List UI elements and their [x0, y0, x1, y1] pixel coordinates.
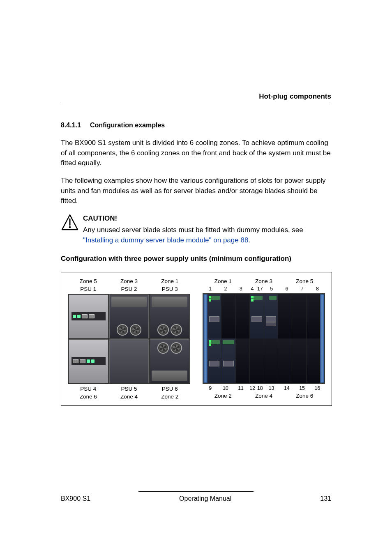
blade-slot — [264, 339, 278, 383]
slot-label: 12 — [249, 385, 256, 391]
section-heading: 8.4.1.1Configuration examples — [61, 122, 331, 129]
blade-slot — [307, 339, 320, 383]
front-top-zones: Zone 1 Zone 3 Zone 5 — [203, 278, 325, 284]
fan-icon — [117, 324, 128, 336]
zone-label: Zone 6 — [284, 393, 325, 399]
zone-label: Zone 2 — [203, 393, 243, 399]
running-header: Hot-plug components — [61, 92, 331, 101]
caution-text: CAUTION! Any unused server blade slots m… — [83, 214, 331, 246]
front-chassis — [203, 293, 325, 384]
svg-point-2 — [69, 226, 71, 228]
slot-label: 11 — [233, 385, 249, 391]
bottom-bay-row — [208, 339, 320, 383]
slot-label: 2 — [218, 286, 233, 292]
rear-chassis — [68, 294, 190, 384]
front-bottom-zones: Zone 2 Zone 4 Zone 6 — [203, 393, 325, 399]
slot-label: 18 — [256, 385, 264, 391]
header-rule — [61, 105, 331, 105]
zone-label: Zone 1 — [203, 278, 243, 284]
fan-pair — [117, 324, 141, 336]
psu-label: PSU 3 — [150, 286, 190, 292]
psu-label: PSU 5 — [108, 386, 149, 392]
zone-label: Zone 3 — [108, 278, 149, 284]
front-top-slots: 1 2 3 4 17 5 6 7 8 — [203, 286, 325, 292]
footer-left: BX900 S1 — [61, 495, 90, 502]
control-strip — [71, 357, 106, 365]
slot-label: 3 — [233, 286, 249, 292]
zone-label: Zone 3 — [243, 278, 284, 284]
caution-body: Any unused server blade slots must be fi… — [83, 225, 331, 245]
caution-post: . — [248, 236, 250, 244]
zone-label: Zone 4 — [108, 394, 149, 400]
blade-slot — [250, 339, 263, 383]
blade-slot — [278, 294, 292, 339]
blade-slot — [278, 339, 292, 383]
psu-label: PSU 2 — [108, 286, 149, 292]
caution-icon — [61, 214, 79, 232]
psu-slot-2 — [109, 295, 149, 339]
rear-bottom-zones: Zone 6 Zone 4 Zone 2 — [68, 394, 190, 400]
section-number: 8.4.1.1 — [61, 122, 81, 129]
blade-slot — [221, 294, 235, 339]
psu-slot-3 — [150, 295, 189, 339]
footer-center: Operating Manual — [179, 495, 231, 502]
blade-slot — [264, 294, 278, 339]
slot-label: 7 — [295, 286, 310, 292]
psu-slot-6 — [150, 339, 189, 383]
blade-slot — [307, 294, 320, 339]
fan-icon — [157, 342, 169, 354]
zone-label: Zone 5 — [68, 278, 108, 284]
zone-label: Zone 5 — [284, 278, 325, 284]
psu-slot-1 — [69, 295, 108, 339]
slot-label: 5 — [264, 286, 279, 292]
control-strip — [71, 312, 106, 320]
caution-label: CAUTION! — [83, 214, 331, 224]
slot-label: 16 — [310, 385, 325, 391]
slot-label: 8 — [310, 286, 325, 292]
slot-label: 10 — [218, 385, 233, 391]
footer-page-number: 131 — [320, 495, 331, 502]
paragraph-1: The BX900 S1 system unit is divided into… — [61, 138, 331, 168]
front-bottom-slots: 9 10 11 12 18 13 14 15 16 — [203, 385, 325, 391]
config-subheading: Configuration with three power supply un… — [61, 255, 331, 263]
section-title: Configuration examples — [90, 122, 165, 129]
slot-label: 4 — [249, 286, 256, 292]
page-footer: BX900 S1 Operating Manual 131 — [61, 491, 331, 502]
fan-icon — [130, 324, 141, 336]
slot-label: 6 — [279, 286, 294, 292]
fan-icon — [171, 342, 182, 354]
psu-slot-5 — [109, 339, 149, 383]
fan-pair — [157, 342, 182, 354]
rear-view: Zone 5 Zone 3 Zone 1 PSU 1 PSU 2 PSU 3 — [68, 278, 190, 400]
slot-label: 9 — [203, 385, 218, 391]
blade-slot — [236, 294, 249, 339]
rear-bottom-psus: PSU 4 PSU 5 PSU 6 — [68, 386, 190, 392]
slot-label: 13 — [264, 385, 279, 391]
blade-slot — [221, 339, 235, 383]
footer-rule — [138, 491, 254, 492]
fan-pair — [157, 324, 182, 336]
psu-label: PSU 6 — [150, 386, 190, 392]
fan-icon — [157, 324, 169, 336]
blade-slot — [208, 294, 221, 339]
zone-label: Zone 4 — [243, 393, 284, 399]
slot-label: 14 — [279, 385, 294, 391]
rear-top-psus: PSU 1 PSU 2 PSU 3 — [68, 286, 190, 292]
left-handle — [203, 294, 208, 383]
psu-slot-4 — [69, 339, 108, 383]
zone-label: Zone 6 — [68, 394, 108, 400]
top-bay-row — [208, 294, 320, 339]
rear-top-zones: Zone 5 Zone 3 Zone 1 — [68, 278, 190, 284]
blade-slot — [208, 339, 221, 383]
slot-label: 15 — [295, 385, 310, 391]
zone-label: Zone 2 — [150, 394, 190, 400]
slot-label: 1 — [203, 286, 218, 292]
bay-area — [208, 294, 320, 383]
blade-slot — [236, 339, 249, 383]
caution-link[interactable]: "Installing a dummy server blade module"… — [83, 236, 248, 244]
fan-icon — [171, 324, 182, 336]
blade-slot — [292, 339, 306, 383]
right-handle — [320, 294, 324, 383]
configuration-diagram: Zone 5 Zone 3 Zone 1 PSU 1 PSU 2 PSU 3 — [61, 272, 332, 406]
psu-label: PSU 1 — [68, 286, 108, 292]
